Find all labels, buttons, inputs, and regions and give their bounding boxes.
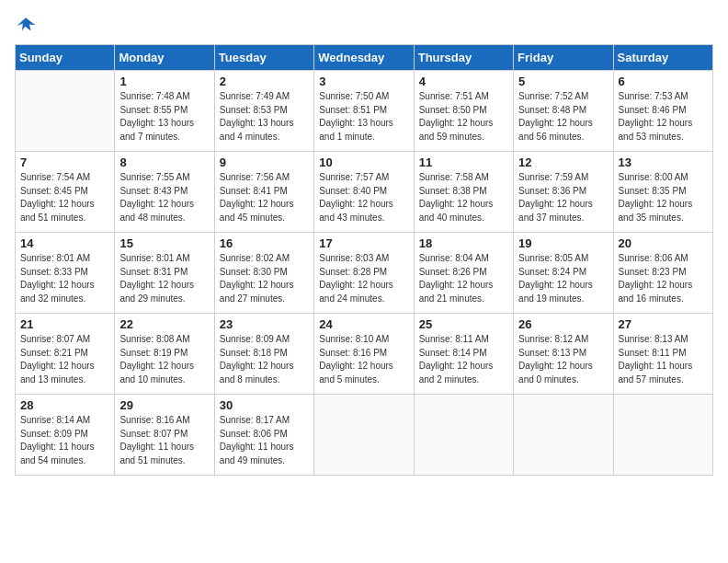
day-number: 5	[518, 75, 608, 88]
weekday-header-friday: Friday	[514, 45, 613, 71]
day-info: Sunrise: 7:53 AM Sunset: 8:46 PM Dayligh…	[619, 90, 708, 144]
day-number: 3	[319, 75, 408, 88]
day-number: 28	[20, 398, 109, 412]
day-info: Sunrise: 7:54 AM Sunset: 8:45 PM Dayligh…	[20, 171, 109, 224]
day-info: Sunrise: 7:52 AM Sunset: 8:48 PM Dayligh…	[518, 90, 608, 144]
calendar-cell: 10Sunrise: 7:57 AM Sunset: 8:40 PM Dayli…	[314, 152, 414, 233]
calendar-cell: 11Sunrise: 7:58 AM Sunset: 8:38 PM Dayli…	[414, 152, 513, 233]
day-number: 21	[20, 317, 109, 331]
day-number: 14	[20, 236, 109, 250]
day-info: Sunrise: 7:55 AM Sunset: 8:43 PM Dayligh…	[119, 171, 209, 224]
day-number: 29	[119, 398, 209, 412]
day-number: 11	[419, 155, 508, 169]
day-info: Sunrise: 8:03 AM Sunset: 8:28 PM Dayligh…	[319, 252, 408, 305]
day-info: Sunrise: 8:04 AM Sunset: 8:26 PM Dayligh…	[419, 252, 508, 305]
day-info: Sunrise: 8:17 AM Sunset: 8:06 PM Dayligh…	[220, 414, 309, 467]
day-number: 7	[20, 155, 109, 169]
day-info: Sunrise: 7:56 AM Sunset: 8:41 PM Dayligh…	[220, 171, 309, 224]
day-number: 13	[619, 155, 708, 169]
day-info: Sunrise: 7:48 AM Sunset: 8:55 PM Dayligh…	[119, 90, 209, 144]
day-info: Sunrise: 8:11 AM Sunset: 8:14 PM Dayligh…	[419, 333, 508, 386]
day-info: Sunrise: 8:05 AM Sunset: 8:24 PM Dayligh…	[518, 252, 608, 305]
day-number: 19	[518, 236, 608, 250]
day-number: 25	[419, 317, 508, 331]
calendar-cell: 17Sunrise: 8:03 AM Sunset: 8:28 PM Dayli…	[314, 233, 414, 314]
calendar-cell: 7Sunrise: 7:54 AM Sunset: 8:45 PM Daylig…	[16, 152, 115, 233]
day-info: Sunrise: 8:16 AM Sunset: 8:07 PM Dayligh…	[119, 414, 209, 467]
calendar-cell: 25Sunrise: 8:11 AM Sunset: 8:14 PM Dayli…	[414, 314, 513, 395]
calendar-cell: 30Sunrise: 8:17 AM Sunset: 8:06 PM Dayli…	[214, 395, 313, 476]
calendar-week-2: 7Sunrise: 7:54 AM Sunset: 8:45 PM Daylig…	[16, 152, 713, 233]
svg-marker-0	[17, 17, 35, 30]
calendar-cell: 12Sunrise: 7:59 AM Sunset: 8:36 PM Dayli…	[514, 152, 613, 233]
day-info: Sunrise: 8:10 AM Sunset: 8:16 PM Dayligh…	[319, 333, 408, 386]
day-number: 24	[319, 317, 408, 331]
calendar-cell	[414, 395, 513, 476]
day-number: 8	[119, 155, 209, 169]
day-info: Sunrise: 7:58 AM Sunset: 8:38 PM Dayligh…	[419, 171, 508, 224]
day-number: 23	[220, 317, 309, 331]
calendar-cell: 9Sunrise: 7:56 AM Sunset: 8:41 PM Daylig…	[214, 152, 313, 233]
calendar-cell: 2Sunrise: 7:49 AM Sunset: 8:53 PM Daylig…	[214, 71, 313, 152]
day-number: 27	[619, 317, 708, 331]
calendar-week-1: 1Sunrise: 7:48 AM Sunset: 8:55 PM Daylig…	[16, 71, 713, 152]
page-header	[15, 15, 713, 37]
calendar-cell: 5Sunrise: 7:52 AM Sunset: 8:48 PM Daylig…	[514, 71, 613, 152]
day-info: Sunrise: 8:01 AM Sunset: 8:31 PM Dayligh…	[119, 252, 209, 305]
calendar-table: SundayMondayTuesdayWednesdayThursdayFrid…	[15, 44, 713, 476]
calendar-cell: 4Sunrise: 7:51 AM Sunset: 8:50 PM Daylig…	[414, 71, 513, 152]
calendar-cell	[314, 395, 414, 476]
day-number: 9	[220, 155, 309, 169]
calendar-week-3: 14Sunrise: 8:01 AM Sunset: 8:33 PM Dayli…	[16, 233, 713, 314]
day-number: 12	[518, 155, 608, 169]
day-number: 22	[119, 317, 209, 331]
logo	[15, 15, 40, 37]
day-info: Sunrise: 8:08 AM Sunset: 8:19 PM Dayligh…	[119, 333, 209, 386]
day-info: Sunrise: 8:01 AM Sunset: 8:33 PM Dayligh…	[20, 252, 109, 305]
day-info: Sunrise: 8:06 AM Sunset: 8:23 PM Dayligh…	[619, 252, 708, 305]
day-number: 6	[619, 75, 708, 88]
day-info: Sunrise: 8:09 AM Sunset: 8:18 PM Dayligh…	[220, 333, 309, 386]
calendar-cell: 8Sunrise: 7:55 AM Sunset: 8:43 PM Daylig…	[115, 152, 214, 233]
calendar-cell: 20Sunrise: 8:06 AM Sunset: 8:23 PM Dayli…	[613, 233, 712, 314]
day-info: Sunrise: 8:02 AM Sunset: 8:30 PM Dayligh…	[220, 252, 309, 305]
logo-bird-icon	[15, 15, 37, 37]
day-number: 10	[319, 155, 408, 169]
calendar-cell: 26Sunrise: 8:12 AM Sunset: 8:13 PM Dayli…	[514, 314, 613, 395]
day-number: 1	[119, 75, 209, 88]
calendar-cell: 13Sunrise: 8:00 AM Sunset: 8:35 PM Dayli…	[613, 152, 712, 233]
day-info: Sunrise: 7:49 AM Sunset: 8:53 PM Dayligh…	[220, 90, 309, 144]
calendar-cell: 21Sunrise: 8:07 AM Sunset: 8:21 PM Dayli…	[16, 314, 115, 395]
calendar-cell: 18Sunrise: 8:04 AM Sunset: 8:26 PM Dayli…	[414, 233, 513, 314]
day-number: 20	[619, 236, 708, 250]
calendar-cell: 6Sunrise: 7:53 AM Sunset: 8:46 PM Daylig…	[613, 71, 712, 152]
calendar-week-5: 28Sunrise: 8:14 AM Sunset: 8:09 PM Dayli…	[16, 395, 713, 476]
day-info: Sunrise: 8:00 AM Sunset: 8:35 PM Dayligh…	[619, 171, 708, 224]
calendar-cell: 23Sunrise: 8:09 AM Sunset: 8:18 PM Dayli…	[214, 314, 313, 395]
calendar-cell: 28Sunrise: 8:14 AM Sunset: 8:09 PM Dayli…	[16, 395, 115, 476]
day-number: 16	[220, 236, 309, 250]
calendar-week-4: 21Sunrise: 8:07 AM Sunset: 8:21 PM Dayli…	[16, 314, 713, 395]
day-info: Sunrise: 8:12 AM Sunset: 8:13 PM Dayligh…	[518, 333, 608, 386]
day-number: 15	[119, 236, 209, 250]
day-info: Sunrise: 7:59 AM Sunset: 8:36 PM Dayligh…	[518, 171, 608, 224]
calendar-cell	[514, 395, 613, 476]
day-info: Sunrise: 7:50 AM Sunset: 8:51 PM Dayligh…	[319, 90, 408, 144]
calendar-cell: 1Sunrise: 7:48 AM Sunset: 8:55 PM Daylig…	[115, 71, 214, 152]
day-number: 4	[419, 75, 508, 88]
calendar-cell: 3Sunrise: 7:50 AM Sunset: 8:51 PM Daylig…	[314, 71, 414, 152]
calendar-cell: 24Sunrise: 8:10 AM Sunset: 8:16 PM Dayli…	[314, 314, 414, 395]
calendar-cell	[613, 395, 712, 476]
day-info: Sunrise: 7:57 AM Sunset: 8:40 PM Dayligh…	[319, 171, 408, 224]
day-info: Sunrise: 7:51 AM Sunset: 8:50 PM Dayligh…	[419, 90, 508, 144]
day-info: Sunrise: 8:13 AM Sunset: 8:11 PM Dayligh…	[619, 333, 708, 386]
calendar-cell: 29Sunrise: 8:16 AM Sunset: 8:07 PM Dayli…	[115, 395, 214, 476]
weekday-header-wednesday: Wednesday	[314, 45, 414, 71]
calendar-cell	[16, 71, 115, 152]
weekday-header-saturday: Saturday	[613, 45, 712, 71]
calendar-cell: 19Sunrise: 8:05 AM Sunset: 8:24 PM Dayli…	[514, 233, 613, 314]
day-info: Sunrise: 8:14 AM Sunset: 8:09 PM Dayligh…	[20, 414, 109, 467]
day-number: 18	[419, 236, 508, 250]
calendar-cell: 22Sunrise: 8:08 AM Sunset: 8:19 PM Dayli…	[115, 314, 214, 395]
weekday-header-monday: Monday	[115, 45, 214, 71]
